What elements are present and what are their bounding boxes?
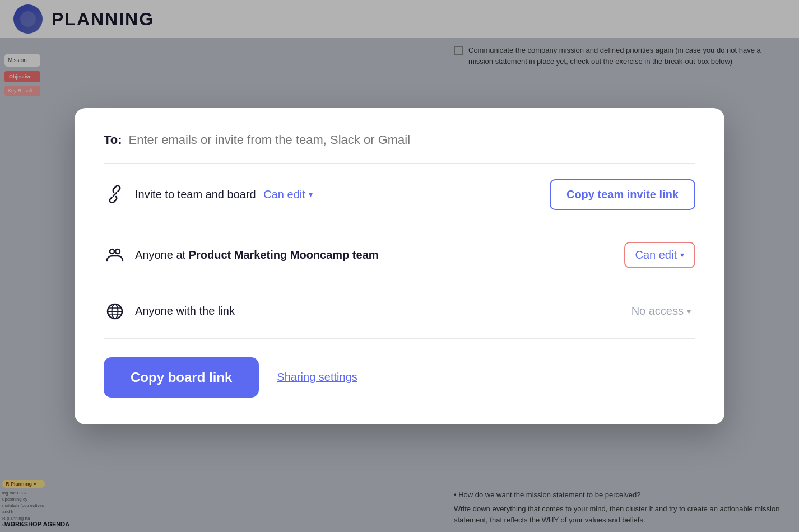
modal-overlay: To: Invite to team and board Can edit ▾ <box>0 0 799 532</box>
sharing-settings-link[interactable]: Sharing settings <box>277 371 357 384</box>
bottom-action-row: Copy board link Sharing settings <box>104 339 695 398</box>
copy-team-invite-link-button[interactable]: Copy team invite link <box>550 179 695 210</box>
email-input[interactable] <box>129 133 695 147</box>
copy-board-link-button[interactable]: Copy board link <box>104 357 259 398</box>
globe-icon <box>104 300 126 323</box>
team-access-row: Anyone at Product Marketing Mooncamp tea… <box>104 226 695 284</box>
to-field-row: To: <box>104 133 695 164</box>
share-modal: To: Invite to team and board Can edit ▾ <box>75 108 724 424</box>
chevron-down-icon: ▾ <box>687 307 691 316</box>
invite-team-board-row: Invite to team and board Can edit ▾ Copy… <box>104 164 695 226</box>
team-name: Product Marketing Mooncamp team <box>189 249 379 261</box>
invite-permission-dropdown[interactable]: Can edit ▾ <box>259 186 317 203</box>
team-access-label: Anyone at Product Marketing Mooncamp tea… <box>135 249 615 262</box>
team-permission-dropdown[interactable]: Can edit ▾ <box>624 242 696 268</box>
chevron-down-icon: ▾ <box>309 190 313 199</box>
to-label: To: <box>104 133 122 147</box>
svg-point-2 <box>115 249 120 254</box>
link-access-row: Anyone with the link No access ▾ <box>104 284 695 339</box>
link-access-label: Anyone with the link <box>135 305 618 318</box>
link-icon <box>104 183 126 206</box>
team-icon <box>104 244 126 266</box>
chevron-down-icon: ▾ <box>680 250 684 259</box>
invite-label: Invite to team and board Can edit ▾ <box>135 186 541 203</box>
team-prefix: Anyone at <box>135 249 189 261</box>
svg-point-1 <box>110 249 114 254</box>
link-permission-dropdown[interactable]: No access ▾ <box>627 302 695 320</box>
